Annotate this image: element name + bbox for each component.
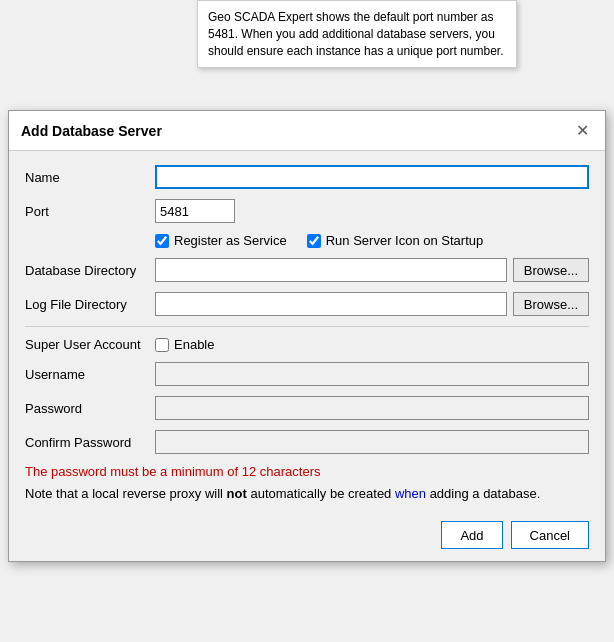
username-input[interactable] [155,362,589,386]
note-not: not [227,486,247,501]
run-server-icon-label: Run Server Icon on Startup [326,233,484,248]
database-directory-browse-button[interactable]: Browse... [513,258,589,282]
run-server-icon-checkbox-item[interactable]: Run Server Icon on Startup [307,233,484,248]
confirm-password-input[interactable] [155,430,589,454]
tooltip-box: Geo SCADA Expert shows the default port … [197,0,517,68]
dialog-title: Add Database Server [21,123,162,139]
name-row: Name [25,165,589,189]
add-button[interactable]: Add [441,521,502,549]
port-input[interactable] [155,199,235,223]
enable-checkbox-item[interactable]: Enable [155,337,214,352]
log-file-directory-label: Log File Directory [25,297,155,312]
dialog-content: Name Port Register as Service Run Server… [9,151,605,561]
status-message: The password must be a minimum of 12 cha… [25,464,589,479]
cancel-button[interactable]: Cancel [511,521,589,549]
super-user-label: Super User Account [25,337,155,352]
separator [25,326,589,327]
port-row: Port [25,199,589,223]
note-when: when [395,486,426,501]
note-message: Note that a local reverse proxy will not… [25,485,589,503]
password-label: Password [25,401,155,416]
button-row: Add Cancel [25,517,589,549]
log-file-directory-row: Log File Directory Browse... [25,292,589,316]
confirm-password-row: Confirm Password [25,430,589,454]
enable-label: Enable [174,337,214,352]
confirm-password-label: Confirm Password [25,435,155,450]
tooltip-text: Geo SCADA Expert shows the default port … [208,10,504,58]
username-label: Username [25,367,155,382]
log-file-directory-browse-button[interactable]: Browse... [513,292,589,316]
password-row: Password [25,396,589,420]
add-database-dialog: Add Database Server ✕ Name Port Register… [8,110,606,562]
super-user-row: Super User Account Enable [25,337,589,352]
register-service-checkbox[interactable] [155,234,169,248]
log-file-directory-input[interactable] [155,292,507,316]
register-service-checkbox-item[interactable]: Register as Service [155,233,287,248]
close-button[interactable]: ✕ [571,120,593,142]
dialog-titlebar: Add Database Server ✕ [9,111,605,151]
username-row: Username [25,362,589,386]
database-directory-row: Database Directory Browse... [25,258,589,282]
name-label: Name [25,170,155,185]
run-server-icon-checkbox[interactable] [307,234,321,248]
name-input[interactable] [155,165,589,189]
database-directory-input[interactable] [155,258,507,282]
port-label: Port [25,204,155,219]
password-input[interactable] [155,396,589,420]
enable-checkbox[interactable] [155,338,169,352]
checkboxes-row: Register as Service Run Server Icon on S… [25,233,589,248]
register-service-label: Register as Service [174,233,287,248]
database-directory-label: Database Directory [25,263,155,278]
